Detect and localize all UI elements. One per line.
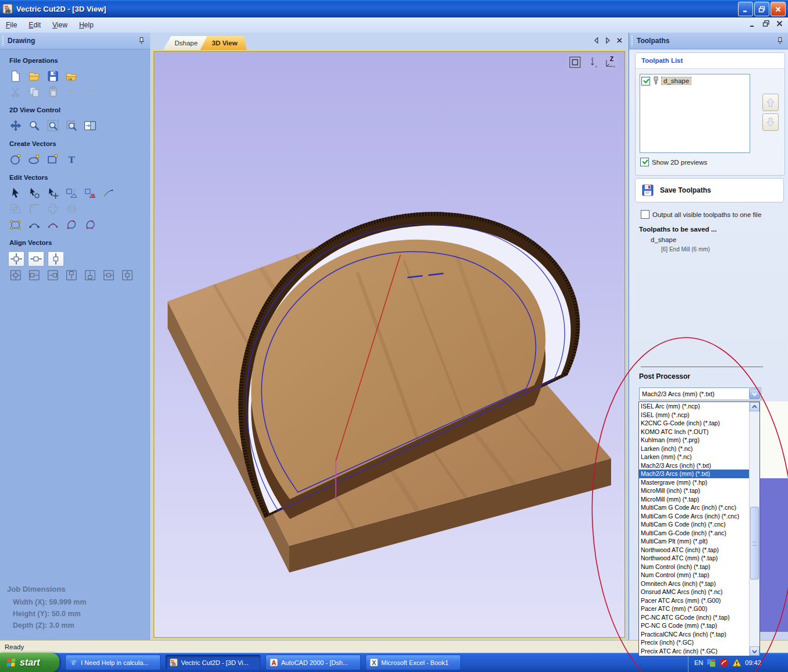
pan-icon[interactable] [8, 119, 23, 133]
pp-option[interactable]: Larken (inch) (*.nc) [639, 445, 749, 453]
zoom-selected-icon[interactable] [64, 119, 79, 133]
move-up-button[interactable] [762, 94, 779, 111]
scroll-up-icon[interactable] [750, 402, 759, 411]
redo-icon[interactable] [83, 85, 98, 99]
pin-icon[interactable] [776, 37, 784, 45]
pp-option[interactable]: MultiCam Plt (mm) (*.plt) [639, 537, 749, 546]
move-selection-icon[interactable] [45, 186, 61, 200]
task-vectric[interactable]: 2D Vectric Cut2D - [3D Vi... [165, 655, 261, 670]
pp-option[interactable]: Mach2/3 Arcs (mm) (*.txt) [639, 470, 749, 478]
switch-view-icon[interactable] [83, 119, 98, 133]
trim-icon[interactable] [45, 202, 61, 216]
pp-option[interactable]: Precix (inch) (*.GC) [639, 638, 749, 647]
pp-option[interactable]: Num Control (mm) (*.tap) [639, 571, 749, 579]
align-top-icon[interactable] [64, 268, 79, 282]
pp-option[interactable]: Kuhlman (mm) (*.prg) [639, 436, 749, 445]
pp-option[interactable]: Num Control (inch) (*.tap) [639, 563, 749, 571]
edit-polyline-icon[interactable] [8, 218, 23, 232]
child-close-icon[interactable] [776, 20, 783, 27]
child-restore-icon[interactable] [762, 20, 770, 27]
view-down-z-icon[interactable]: zx [586, 56, 599, 69]
move-down-button[interactable] [762, 113, 779, 131]
post-processor-dropdown[interactable]: ISEL Arc (mm) (*.ncp)ISEL (mm) (*.ncp)K2… [638, 401, 760, 656]
toolpath-list-item[interactable]: d_shape [640, 74, 750, 87]
task-autocad[interactable]: A AutoCAD 2000 - [Dsh... [265, 655, 361, 670]
task-ie[interactable]: e I Need Help in calcula... [65, 655, 161, 670]
pp-option[interactable]: PracticalCNC Arcs (inch) (*.tap) [639, 630, 749, 639]
paste-icon[interactable] [45, 85, 61, 99]
pp-option[interactable]: MultiCam G Code (inch) (*.cnc) [639, 520, 749, 529]
fit-curve-points-icon[interactable] [83, 218, 98, 232]
pp-option[interactable]: Mastergrave (mm) (*.hp) [639, 478, 749, 487]
show-2d-previews-checkbox[interactable] [640, 158, 649, 166]
pp-option[interactable]: Precix ATC Arc (inch) (*.GC) [639, 647, 749, 656]
close-button[interactable] [771, 2, 786, 16]
zoom-box-icon[interactable] [45, 119, 61, 133]
pp-option[interactable]: PC-NC ATC GCode (inch) (*.tap) [639, 613, 749, 622]
pp-option[interactable]: ISEL (mm) (*.ncp) [639, 411, 749, 419]
measure-icon[interactable] [101, 186, 116, 200]
fit-arc-icon[interactable] [27, 218, 42, 232]
dropdown-scrollbar[interactable] [749, 402, 759, 656]
combo-chevron-icon[interactable] [749, 389, 760, 399]
pp-option[interactable]: Pacer ATC (mm) (*.G00) [639, 605, 749, 613]
offset-icon[interactable] [8, 202, 23, 216]
toolpath-listbox[interactable]: d_shape [640, 74, 750, 153]
tab-3d-view[interactable]: 3D View [200, 36, 247, 50]
import-file-icon[interactable] [64, 69, 79, 83]
pp-option[interactable]: MultiCam G Code Arc (inch) (*.cnc) [639, 503, 749, 512]
ungroup-icon[interactable] [83, 186, 98, 200]
scrollbar-thumb[interactable] [750, 507, 759, 579]
pp-option[interactable]: KOMO ATC Inch (*.OUT) [639, 428, 749, 436]
restore-button[interactable] [754, 2, 769, 16]
zoom-extents-icon[interactable] [569, 56, 581, 69]
panel-grip[interactable] [2, 35, 4, 46]
toolpath-visible-checkbox[interactable] [641, 77, 650, 86]
draw-ellipse-icon[interactable] [27, 152, 42, 166]
copy-icon[interactable] [27, 85, 42, 99]
draw-circle-icon[interactable] [8, 152, 23, 166]
mirror-icon[interactable] [64, 202, 79, 216]
pp-option[interactable]: Onsrud AMC Arcs (inch) (*.nc) [639, 588, 749, 596]
pp-option[interactable]: Omnitech Arcs (inch) (*.tap) [639, 579, 749, 588]
pp-option[interactable]: Northwood ATC (mm) (*.tap) [639, 554, 749, 563]
align-center-horizontal-icon[interactable] [28, 251, 44, 266]
pp-option[interactable]: Mach2/3 Arcs (inch) (*.txt) [639, 461, 749, 470]
tab-next-icon[interactable] [605, 37, 611, 44]
toolpath-name[interactable]: d_shape [662, 77, 691, 84]
align-v-center-icon[interactable] [120, 268, 135, 282]
view-iso-icon[interactable]: Zx [604, 56, 616, 69]
save-file-icon[interactable] [45, 69, 61, 83]
tab-prev-icon[interactable] [593, 37, 599, 44]
child-minimize-icon[interactable] [749, 20, 757, 27]
tray-display-icon[interactable] [707, 658, 716, 667]
task-excel[interactable]: X Microsoft Excel - Book1 [365, 655, 461, 670]
start-button[interactable]: start [0, 653, 59, 672]
menu-help[interactable]: Help [73, 19, 100, 31]
group-icon[interactable] [64, 186, 79, 200]
tab-close-icon[interactable] [616, 37, 623, 44]
menu-file[interactable]: File [0, 19, 23, 31]
language-indicator[interactable]: EN [694, 659, 703, 666]
pp-option[interactable]: Northwood ATC (inch) (*.tap) [639, 546, 749, 554]
scroll-down-icon[interactable] [750, 646, 759, 656]
align-center-vertical-icon[interactable] [48, 251, 64, 266]
align-left-icon[interactable] [27, 268, 42, 282]
align-center-icon[interactable] [8, 251, 24, 266]
pp-option[interactable]: MultiCam G Code Arcs (inch) (*.cnc) [639, 512, 749, 521]
output-all-checkbox[interactable] [641, 210, 649, 219]
draw-text-icon[interactable]: T [64, 152, 79, 166]
undo-icon[interactable] [64, 85, 79, 99]
pp-option[interactable]: Pacer ATC Arcs (mm) (*.G00) [639, 596, 749, 605]
cut-icon[interactable] [8, 85, 23, 99]
pp-option[interactable]: ISEL Arc (mm) (*.ncp) [639, 402, 749, 411]
tab-dshape[interactable]: Dshape [163, 36, 207, 50]
pp-option[interactable]: Larken (mm) (*.nc) [639, 453, 749, 461]
open-file-icon[interactable] [27, 69, 42, 83]
pp-option[interactable]: K2CNC G-Code (inch) (*.tap) [639, 419, 749, 428]
pp-option[interactable]: MicroMill (inch) (*.tap) [639, 486, 749, 495]
tray-acrobat-icon[interactable] [719, 658, 729, 667]
pin-icon[interactable] [137, 37, 145, 45]
pp-option[interactable]: MicroMill (mm) (*.tap) [639, 495, 749, 504]
panel-grip[interactable] [631, 35, 633, 46]
